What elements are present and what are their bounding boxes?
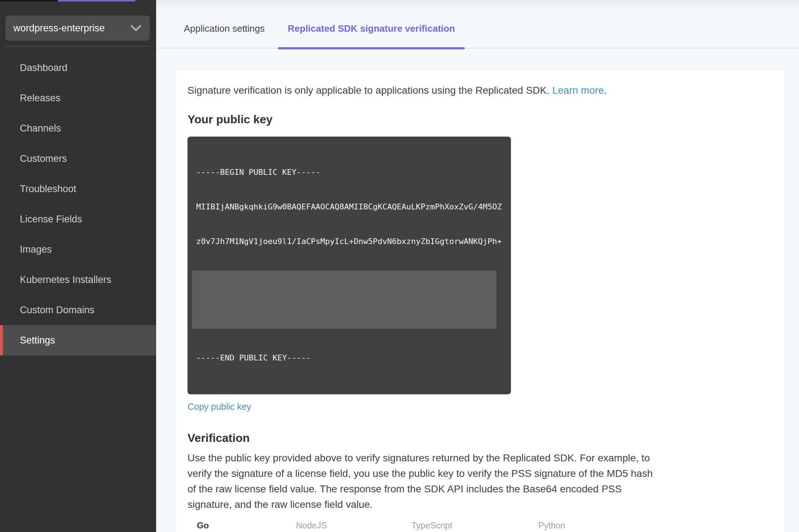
intro-text: Signature verification is only applicabl… [187,83,785,98]
main-area: Application settings Replicated SDK sign… [156,0,799,532]
lang-tab-nodejs[interactable]: NodeJS [286,517,402,532]
app-selector-dropdown[interactable]: wordpress-enterprise [5,15,150,41]
top-strip-purple-segment [58,0,135,1]
language-tabbar: GoNodeJSTypeScriptPython [187,517,646,532]
sidebar-item-channels[interactable]: Channels [0,113,156,143]
sidebar-divider [5,46,151,46]
signature-verification-card: Signature verification is only applicabl… [175,69,785,532]
public-key-begin-line: -----BEGIN PUBLIC KEY----- [196,167,502,178]
top-edge-strip [0,0,799,1]
copy-public-key-link[interactable]: Copy public key [187,402,251,412]
verification-heading: Verification [187,430,785,446]
sidebar-item-dashboard[interactable]: Dashboard [0,53,156,83]
sidebar-nav: DashboardReleasesChannelsCustomersTroubl… [0,53,156,355]
tab-application-settings[interactable]: Application settings [174,9,274,48]
public-key-end-line: -----END PUBLIC KEY----- [196,352,502,364]
chevron-down-icon [130,25,142,32]
sidebar-item-settings[interactable]: Settings [0,325,156,355]
lang-tab-python[interactable]: Python [529,517,645,532]
sidebar-item-troubleshoot[interactable]: Troubleshoot [0,174,156,204]
lang-tab-typescript[interactable]: TypeScript [402,517,529,532]
settings-tabbar: Application settings Replicated SDK sign… [156,0,799,48]
sidebar-item-releases[interactable]: Releases [0,83,156,113]
app-selector-label: wordpress-enterprise [13,23,105,34]
learn-more-link[interactable]: Learn more [552,85,604,96]
public-key-redacted-area [192,271,496,329]
tab-replicated-sdk-signature-verification[interactable]: Replicated SDK signature verification [278,9,465,48]
verification-description: Use the public key provided above to ver… [187,450,656,512]
sidebar-item-license-fields[interactable]: License Fields [0,204,156,234]
sidebar: wordpress-enterprise DashboardReleasesCh… [0,0,156,532]
intro-text-before: Signature verification is only applicabl… [187,85,552,96]
sidebar-item-customers[interactable]: Customers [0,143,156,174]
intro-text-after: . [604,85,607,96]
public-key-heading: Your public key [187,111,785,127]
public-key-line: z0v7Jh7M1NgV1joeu9l1/IaCPsMpyIcL+Dnw5Pdv… [196,236,502,247]
public-key-line: MIIBIjANBgkqhkiG9w0BAQEFAAOCAQ8AMIIBCgKC… [196,201,502,213]
top-strip-dark-segment [0,0,58,1]
lang-tab-go[interactable]: Go [187,517,286,532]
sidebar-item-custom-domains[interactable]: Custom Domains [0,295,156,325]
public-key-block: -----BEGIN PUBLIC KEY----- MIIBIjANBgkqh… [187,137,511,394]
top-strip-sidebar-segment [135,0,156,1]
sidebar-item-images[interactable]: Images [0,234,156,265]
sidebar-item-kubernetes-installers[interactable]: Kubernetes Installers [0,265,156,295]
